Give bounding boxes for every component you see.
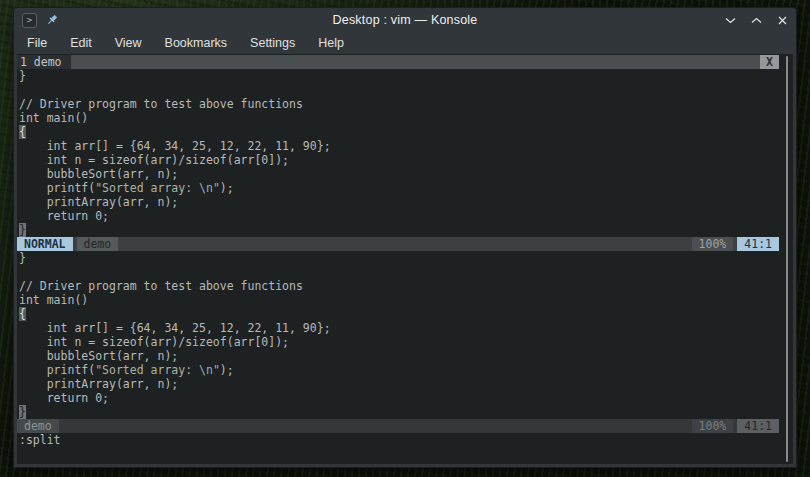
code-line[interactable]: printf("Sorted array: \n"); <box>17 363 779 377</box>
code-line[interactable]: // Driver program to test above function… <box>17 97 779 111</box>
vim-pane-top[interactable]: } // Driver program to test above functi… <box>17 69 779 237</box>
code-line[interactable] <box>17 83 779 97</box>
code-line[interactable]: } <box>17 69 779 83</box>
vim-statusline-active: NORMAL demo 100% 41:1 <box>17 237 779 251</box>
vim-filename: demo <box>77 237 119 251</box>
code-line[interactable]: { <box>17 125 779 139</box>
code-line[interactable]: int arr[] = {64, 34, 25, 12, 22, 11, 90}… <box>17 321 779 335</box>
code-line[interactable]: int main() <box>17 293 779 307</box>
vim-command-line[interactable]: :split <box>17 433 779 447</box>
window-title: Desktop : vim — Konsole <box>14 13 796 27</box>
code-line[interactable]: { <box>17 307 779 321</box>
vim-cursor-position: 41:1 <box>737 419 779 433</box>
vim-scroll-percent: 100% <box>692 419 734 433</box>
menu-item-bookmarks[interactable]: Bookmarks <box>164 34 229 52</box>
code-line[interactable]: bubbleSort(arr, n); <box>17 349 779 363</box>
code-line[interactable]: bubbleSort(arr, n); <box>17 167 779 181</box>
scrollbar-gutter <box>779 54 793 464</box>
terminal-area[interactable]: 1 demo X } // Driver program to test abo… <box>17 54 793 464</box>
code-line[interactable] <box>17 265 779 279</box>
vim-tabline-fill <box>71 55 761 69</box>
minimize-button[interactable] <box>724 14 736 26</box>
menu-item-file[interactable]: File <box>26 34 48 52</box>
vim-tab-close-button[interactable]: X <box>760 55 779 69</box>
vim-mode-indicator: NORMAL <box>17 237 73 251</box>
vim-filename: demo <box>17 419 59 433</box>
pin-icon[interactable] <box>45 13 59 27</box>
menu-item-settings[interactable]: Settings <box>249 34 296 52</box>
menu-item-view[interactable]: View <box>114 34 143 52</box>
code-line[interactable]: printArray(arr, n); <box>17 195 779 209</box>
konsole-app-icon: > <box>22 13 37 28</box>
maximize-button[interactable] <box>750 14 762 26</box>
konsole-window: > Desktop : vim — Konsole File E <box>13 7 797 468</box>
vim-statusline-inactive: demo 100% 41:1 <box>17 419 779 433</box>
vim-tabline: 1 demo X <box>17 55 779 69</box>
vim-scroll-percent: 100% <box>692 237 734 251</box>
code-line[interactable]: int arr[] = {64, 34, 25, 12, 22, 11, 90}… <box>17 139 779 153</box>
vim-tab-current[interactable]: 1 demo <box>17 55 71 69</box>
vim-cursor-position: 41:1 <box>737 237 779 251</box>
code-line[interactable]: } <box>17 223 779 237</box>
titlebar[interactable]: > Desktop : vim — Konsole <box>14 8 796 32</box>
menubar: File Edit View Bookmarks Settings Help <box>14 32 796 54</box>
code-line[interactable]: int main() <box>17 111 779 125</box>
terminal-scrollbar[interactable] <box>786 56 788 462</box>
code-line[interactable]: return 0; <box>17 209 779 223</box>
code-line[interactable]: printf("Sorted array: \n"); <box>17 181 779 195</box>
vim-pane-bottom[interactable]: } // Driver program to test above functi… <box>17 251 779 419</box>
code-line[interactable]: int n = sizeof(arr)/sizeof(arr[0]); <box>17 335 779 349</box>
menu-item-edit[interactable]: Edit <box>69 34 93 52</box>
code-line[interactable]: } <box>17 405 779 419</box>
menu-item-help[interactable]: Help <box>317 34 345 52</box>
code-line[interactable]: int n = sizeof(arr)/sizeof(arr[0]); <box>17 153 779 167</box>
code-line[interactable]: return 0; <box>17 391 779 405</box>
code-line[interactable]: // Driver program to test above function… <box>17 279 779 293</box>
code-line[interactable]: } <box>17 251 779 265</box>
close-button[interactable] <box>776 14 788 26</box>
code-line[interactable]: printArray(arr, n); <box>17 377 779 391</box>
